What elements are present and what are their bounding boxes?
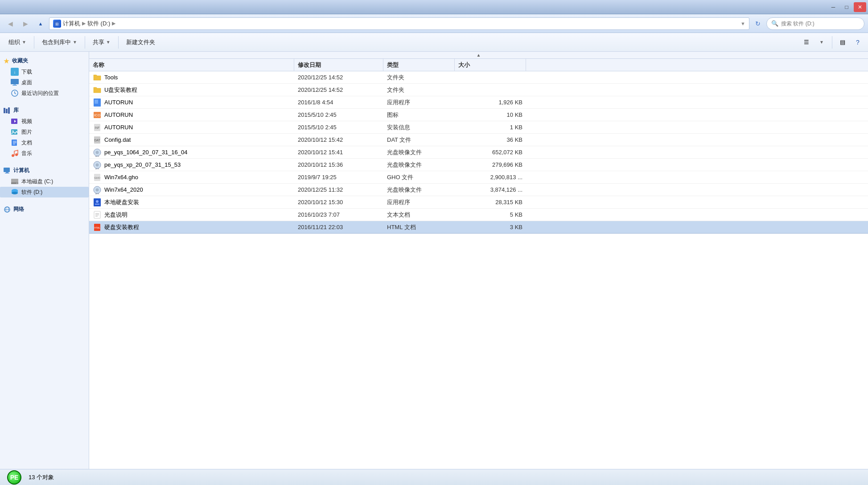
table-row[interactable]: U盘安装教程 2020/12/25 14:52 文件夹 bbox=[89, 84, 868, 96]
downloads-icon: ↓ bbox=[11, 68, 19, 76]
address-expand-button[interactable]: ▼ bbox=[740, 21, 745, 26]
table-row[interactable]: ISO Win7x64_2020 2020/12/25 11:32 光盘映像文件… bbox=[89, 184, 868, 196]
col-header-size[interactable]: 大小 bbox=[455, 59, 526, 71]
sidebar-item-local-disk[interactable]: 本地磁盘 (C:) bbox=[0, 176, 89, 187]
table-row[interactable]: ISO pe_yqs_1064_20_07_31_16_04 2020/10/1… bbox=[89, 146, 868, 159]
file-size: 652,072 KB bbox=[455, 149, 526, 156]
library-section: 库 视频 图片 文档 bbox=[0, 105, 89, 159]
file-name: 硬盘安装教程 bbox=[104, 223, 139, 231]
table-row[interactable]: 本地硬盘安装 2020/10/12 15:30 应用程序 28,315 KB bbox=[89, 196, 868, 209]
sidebar-item-downloads[interactable]: ↓ 下载 bbox=[0, 66, 89, 77]
table-row[interactable]: ICO AUTORUN 2015/5/10 2:45 图标 10 KB bbox=[89, 109, 868, 121]
library-header[interactable]: 库 bbox=[0, 105, 89, 116]
search-input[interactable] bbox=[781, 21, 860, 27]
view-mode-button[interactable]: ☰ bbox=[800, 36, 813, 49]
address-breadcrumb: 计算机 ▶ 软件 (D:) ▶ bbox=[63, 20, 115, 28]
table-row[interactable]: INF AUTORUN 2015/5/10 2:45 安装信息 1 KB bbox=[89, 121, 868, 134]
include-library-button[interactable]: 包含到库中 ▼ bbox=[37, 35, 82, 49]
file-size: 36 KB bbox=[455, 136, 526, 143]
file-size: 2,900,813 ... bbox=[455, 174, 526, 181]
computer-header[interactable]: 计算机 bbox=[0, 165, 89, 176]
svg-rect-8 bbox=[4, 108, 5, 113]
search-bar[interactable]: 🔍 bbox=[766, 17, 864, 30]
file-name: Win7x64_2020 bbox=[104, 186, 143, 193]
sidebar-item-documents[interactable]: 文档 bbox=[0, 137, 89, 148]
preview-pane-button[interactable]: ▤ bbox=[836, 36, 849, 49]
help-button[interactable]: ? bbox=[851, 36, 864, 49]
file-size: 28,315 KB bbox=[455, 199, 526, 206]
svg-rect-4 bbox=[11, 79, 19, 84]
back-button[interactable]: ◀ bbox=[4, 17, 17, 30]
scroll-up-arrow[interactable]: ▲ bbox=[477, 53, 481, 58]
maximize-button[interactable]: □ bbox=[840, 2, 853, 12]
up-button[interactable]: ▲ bbox=[34, 17, 47, 30]
address-bar[interactable]: ⊞ 计算机 ▶ 软件 (D:) ▶ ▼ bbox=[49, 17, 749, 30]
file-date: 2020/12/25 14:52 bbox=[294, 86, 383, 93]
view-dropdown-button[interactable]: ▼ bbox=[815, 36, 828, 49]
close-button[interactable]: ✕ bbox=[854, 2, 866, 12]
file-date: 2015/5/10 2:45 bbox=[294, 124, 383, 131]
col-type-label: 类型 bbox=[387, 61, 399, 69]
col-date-label: 修改日期 bbox=[298, 61, 321, 69]
table-row[interactable]: GHO Win7x64.gho 2019/9/7 19:25 GHO 文件 2,… bbox=[89, 171, 868, 184]
forward-button[interactable]: ▶ bbox=[19, 17, 32, 30]
sidebar-item-desktop[interactable]: 桌面 bbox=[0, 77, 89, 88]
new-folder-button[interactable]: 新建文件夹 bbox=[121, 35, 160, 49]
breadcrumb-computer[interactable]: 计算机 bbox=[63, 20, 80, 28]
minimize-button[interactable]: ─ bbox=[827, 2, 839, 12]
network-header[interactable]: 网络 bbox=[0, 204, 89, 215]
file-icon: HTML bbox=[93, 223, 102, 232]
share-button[interactable]: 共享 ▼ bbox=[88, 35, 115, 49]
col-header-type[interactable]: 类型 bbox=[383, 59, 455, 71]
file-date: 2020/12/25 11:32 bbox=[294, 186, 383, 193]
table-row[interactable]: Tools 2020/12/25 14:52 文件夹 bbox=[89, 71, 868, 84]
favorites-label: 收藏夹 bbox=[12, 57, 28, 65]
file-size: 3 KB bbox=[455, 224, 526, 230]
file-icon: ISO bbox=[93, 185, 102, 194]
sidebar-item-recent[interactable]: 最近访问的位置 bbox=[0, 88, 89, 99]
organize-button[interactable]: 组织 ▼ bbox=[4, 35, 31, 49]
favorites-header[interactable]: ★ 收藏夹 bbox=[0, 55, 89, 66]
file-name: pe_yqs_1064_20_07_31_16_04 bbox=[104, 149, 188, 156]
network-section: 网络 bbox=[0, 204, 89, 215]
file-area: ▲ 名称 修改日期 类型 大小 Tools 2020/12/25 14:52 文… bbox=[89, 52, 868, 469]
file-type: HTML 文档 bbox=[383, 223, 455, 231]
col-name-label: 名称 bbox=[93, 61, 104, 69]
include-library-label: 包含到库中 bbox=[42, 38, 71, 46]
network-label: 网络 bbox=[13, 206, 24, 213]
file-type: 文本文档 bbox=[383, 211, 455, 219]
status-count: 13 个对象 bbox=[29, 473, 54, 481]
col-header-date[interactable]: 修改日期 bbox=[294, 59, 383, 71]
status-logo: PE bbox=[5, 471, 23, 484]
svg-rect-22 bbox=[6, 172, 8, 173]
table-row[interactable]: ISO pe_yqs_xp_20_07_31_15_53 2020/10/12 … bbox=[89, 159, 868, 171]
svg-text:DAT: DAT bbox=[94, 139, 100, 142]
svg-text:ISO: ISO bbox=[95, 168, 99, 169]
table-row[interactable]: DAT Config.dat 2020/10/12 15:42 DAT 文件 3… bbox=[89, 134, 868, 146]
file-date: 2020/10/12 15:41 bbox=[294, 149, 383, 156]
file-size: 279,696 KB bbox=[455, 161, 526, 168]
sidebar-item-music[interactable]: 音乐 bbox=[0, 148, 89, 159]
svg-text:GHO: GHO bbox=[94, 177, 100, 179]
sidebar-item-video[interactable]: 视频 bbox=[0, 116, 89, 127]
sidebar-item-pictures[interactable]: 图片 bbox=[0, 127, 89, 137]
view-icon: ☰ bbox=[804, 39, 809, 45]
sidebar-item-drive-d[interactable]: 软件 (D:) bbox=[0, 187, 89, 197]
refresh-button[interactable]: ↻ bbox=[751, 17, 765, 30]
table-row[interactable]: 光盘说明 2016/10/23 7:07 文本文档 5 KB bbox=[89, 209, 868, 221]
svg-point-14 bbox=[12, 131, 14, 132]
music-icon bbox=[11, 149, 19, 157]
file-date: 2020/10/12 15:30 bbox=[294, 199, 383, 206]
local-disk-icon bbox=[11, 177, 19, 185]
file-type: DAT 文件 bbox=[383, 136, 455, 144]
table-row[interactable]: HTML 硬盘安装教程 2016/11/21 22:03 HTML 文档 3 K… bbox=[89, 221, 868, 234]
col-header-name[interactable]: 名称 bbox=[89, 59, 294, 71]
file-size: 1 KB bbox=[455, 124, 526, 131]
music-label: 音乐 bbox=[21, 150, 32, 157]
svg-rect-56 bbox=[95, 204, 99, 205]
toolbar-separator-3 bbox=[118, 36, 119, 49]
breadcrumb-drive[interactable]: 软件 (D:) bbox=[87, 20, 110, 28]
table-row[interactable]: AUTORUN 2016/1/8 4:54 应用程序 1,926 KB bbox=[89, 96, 868, 109]
file-date: 2019/9/7 19:25 bbox=[294, 174, 383, 181]
toolbar-separator-2 bbox=[85, 36, 85, 49]
